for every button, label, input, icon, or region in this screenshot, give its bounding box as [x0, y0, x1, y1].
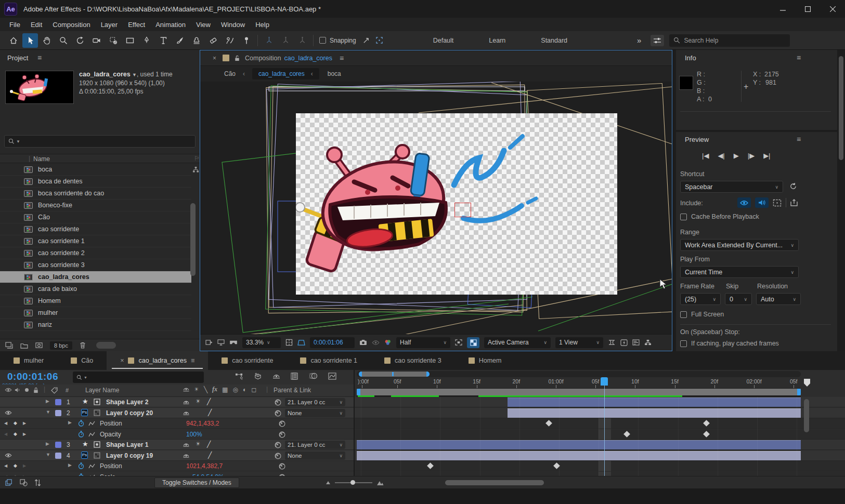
parent-pickwhip-icon[interactable]	[275, 410, 281, 417]
navigator-end-handle[interactable]	[426, 372, 430, 377]
shy-toggle-icon[interactable]	[183, 442, 189, 447]
eraser-tool[interactable]	[205, 33, 221, 48]
parent-pickwhip-icon[interactable]	[275, 442, 281, 448]
time-ruler[interactable]: ):00f05f10f15f20f01:00f05f10f15f20f02:00…	[357, 377, 801, 389]
keyframe-icon[interactable]	[703, 431, 710, 437]
menu-edit[interactable]: Edit	[25, 18, 47, 31]
timeline-tab-cao-sorridente-1[interactable]: cao sorridente 1	[287, 351, 371, 370]
expander-icon[interactable]: ▼	[46, 409, 50, 415]
skip-dropdown[interactable]: 0∨	[725, 293, 752, 305]
project-item[interactable]: Cão	[0, 211, 191, 223]
expander-icon[interactable]: ▶	[46, 399, 49, 404]
selection-tool[interactable]	[22, 33, 38, 48]
quality-toggle-icon[interactable]: ╱	[208, 409, 212, 416]
comp-canvas[interactable]	[296, 113, 617, 295]
expander-icon[interactable]: ▶	[68, 420, 72, 425]
workspace-tab-default[interactable]: Default	[433, 37, 454, 44]
type-tool[interactable]	[155, 33, 171, 48]
close-button[interactable]	[820, 0, 845, 18]
item-name-dropdown-icon[interactable]: ▼	[132, 72, 137, 77]
quality-toggle-icon[interactable]: ╱	[208, 452, 212, 459]
prev-keyframe-icon[interactable]: ◀	[4, 432, 7, 436]
workspace-overflow[interactable]: »	[637, 36, 641, 45]
label-chip[interactable]	[55, 442, 61, 448]
draft-3d-icon[interactable]	[254, 372, 262, 380]
timeline-zoom-slider[interactable]	[335, 482, 372, 483]
project-item[interactable]: cao sorridente	[0, 223, 191, 235]
expander-icon[interactable]: ▼	[46, 452, 50, 457]
layer-name[interactable]: Shape Layer 1	[106, 441, 148, 448]
label-chip[interactable]	[55, 453, 61, 459]
work-area-start-handle[interactable]	[357, 389, 360, 395]
navigator-start-handle[interactable]	[359, 372, 362, 377]
add-keyframe-icon[interactable]: ◆	[14, 463, 17, 468]
full-screen-checkbox[interactable]	[680, 311, 687, 318]
new-composition-icon[interactable]	[35, 342, 43, 349]
layer-name[interactable]: Layer 0 copy 20	[106, 409, 153, 417]
preview-panel-menu-icon[interactable]: ≡	[797, 135, 801, 143]
project-item[interactable]: cao sorridente 3	[0, 259, 191, 271]
frame-blending-icon[interactable]	[291, 373, 298, 380]
work-area-end-handle[interactable]	[797, 389, 801, 395]
parent-link-column-header[interactable]: Parent & Link	[274, 387, 311, 394]
current-timecode[interactable]: 0:00:01:06	[7, 371, 58, 382]
project-item[interactable]: boca	[0, 164, 191, 176]
property-pickwhip-icon[interactable]	[279, 431, 285, 438]
magnification-dropdown[interactable]: 33.3%∨	[242, 337, 281, 348]
next-keyframe-icon[interactable]: ▶	[23, 421, 26, 426]
shortcut-dropdown[interactable]: Spacebar∨	[680, 181, 783, 193]
pan-behind-tool[interactable]	[106, 33, 121, 48]
toggle-switches-modes-button[interactable]: Toggle Switches / Modes	[154, 478, 239, 488]
help-search-field[interactable]: Search Help	[669, 34, 790, 47]
project-panel-menu-icon[interactable]: ≡	[37, 54, 42, 62]
property-value[interactable]: 1021,4,382,7	[186, 462, 223, 470]
snap-target-icon[interactable]	[375, 36, 383, 44]
previous-frame-button[interactable]: ◀|	[718, 152, 724, 160]
next-keyframe-icon[interactable]: ▶	[23, 463, 26, 468]
timeline-tab-Homem[interactable]: Homem	[455, 351, 515, 370]
timeline-tab-cao-sorridente[interactable]: cao sorridente	[208, 351, 287, 370]
menu-layer[interactable]: Layer	[96, 18, 123, 31]
expand-layer-switches-icon[interactable]	[5, 479, 14, 486]
expand-in-out-icon[interactable]	[34, 479, 41, 486]
layer-track[interactable]	[355, 408, 845, 418]
expander-icon[interactable]: ▶	[68, 462, 72, 468]
menu-file[interactable]: File	[4, 18, 25, 31]
timeline-navigator[interactable]	[359, 372, 430, 377]
range-dropdown[interactable]: Work Area Extended By Current...∨	[680, 239, 799, 251]
play-cached-frames-checkbox[interactable]	[680, 340, 687, 347]
layer-track[interactable]	[355, 397, 845, 407]
comp-panel-menu-icon[interactable]: ≡	[340, 54, 344, 62]
stopwatch-icon[interactable]	[78, 462, 84, 469]
project-item[interactable]: mulher	[0, 307, 191, 319]
menu-animation[interactable]: Animation	[150, 18, 191, 31]
add-keyframe-icon[interactable]: ◆	[14, 420, 17, 426]
resolution-preview-dropdown[interactable]: Auto∨	[756, 293, 801, 305]
layer-row[interactable]: ▶3★Shape Layer 1☀╱21. Layer 0 cc∨	[0, 440, 354, 450]
layer-name-column-header[interactable]: Layer Name	[85, 387, 119, 394]
snap-along-edges-icon[interactable]	[362, 36, 370, 44]
zoom-tool[interactable]	[56, 33, 71, 48]
project-thumbnail[interactable]	[5, 71, 74, 104]
flowchart-icon[interactable]	[644, 339, 652, 346]
info-panel-menu-icon[interactable]: ≡	[797, 54, 801, 62]
resolution-dropdown[interactable]: Half∨	[396, 337, 450, 348]
work-area-bar[interactable]	[357, 389, 801, 395]
view-dropdown[interactable]: Active Camera∨	[484, 337, 551, 348]
lock-icon[interactable]	[235, 55, 240, 61]
play-from-dropdown[interactable]: Current Time∨	[680, 266, 799, 278]
graph-toggle-icon[interactable]	[88, 463, 95, 469]
graph-editor-icon[interactable]	[328, 373, 336, 380]
property-track[interactable]	[355, 418, 845, 429]
collapse-toggle-icon[interactable]: ☀	[196, 441, 201, 447]
timeline-tab-Cão[interactable]: Cão	[57, 351, 107, 370]
add-keyframe-icon[interactable]: ◆	[14, 431, 17, 436]
next-keyframe-icon[interactable]: ▶	[23, 432, 26, 436]
tab-close-icon[interactable]: ×	[120, 357, 124, 364]
expander-icon[interactable]: ▶	[46, 441, 49, 446]
parent-dropdown[interactable]: None∨	[285, 409, 345, 417]
delete-icon[interactable]	[80, 342, 86, 349]
snapping-checkbox[interactable]	[319, 37, 326, 44]
brush-tool[interactable]	[172, 33, 188, 48]
include-overlays-icon[interactable]	[773, 199, 782, 207]
